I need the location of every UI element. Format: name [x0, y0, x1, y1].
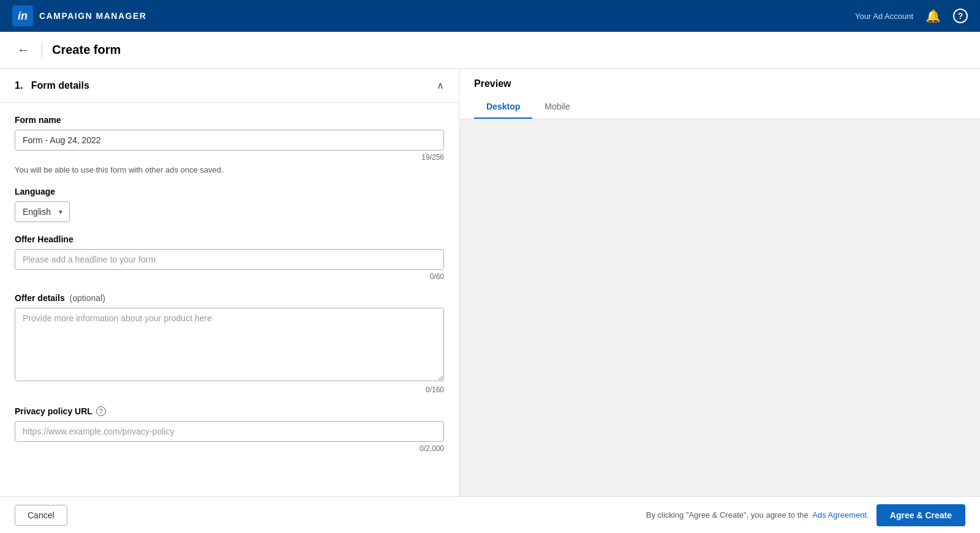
footer-notice: By clicking "Agree & Create", you agree …	[646, 510, 869, 520]
form-details-section-header: 1. Form details ∧	[0, 69, 459, 103]
offer-details-textarea[interactable]	[15, 308, 444, 381]
privacy-policy-input[interactable]	[15, 421, 444, 442]
campaign-manager-title: CAMPAIGN MANAGER	[39, 11, 146, 21]
preview-title: Preview	[474, 78, 965, 89]
offer-headline-char-count: 0/60	[15, 272, 444, 281]
linkedin-logo: in	[12, 6, 33, 26]
language-label: Language	[15, 187, 444, 196]
page-title: Create form	[52, 43, 121, 57]
preview-header: Preview Desktop Mobile	[459, 69, 980, 119]
right-panel: Preview Desktop Mobile	[459, 69, 980, 496]
offer-headline-label: Offer Headline	[15, 234, 444, 244]
privacy-policy-group: Privacy policy URL ? 0/2,000	[15, 406, 444, 453]
form-name-input[interactable]	[15, 130, 444, 151]
agree-create-button[interactable]: Agree & Create	[876, 504, 965, 526]
page-header: ← Create form	[0, 32, 980, 69]
left-panel: 1. Form details ∧ Form name 19/256 You w…	[0, 69, 459, 496]
offer-headline-input[interactable]	[15, 249, 444, 270]
offer-details-char-count: 0/160	[15, 386, 444, 394]
ads-agreement-link[interactable]: Ads Agreement	[812, 510, 867, 520]
collapse-icon[interactable]: ∧	[437, 80, 444, 91]
cancel-button[interactable]: Cancel	[15, 505, 67, 526]
privacy-label-row: Privacy policy URL ?	[15, 406, 444, 416]
privacy-policy-char-count: 0/2,000	[15, 444, 444, 453]
footer-left: Cancel	[15, 505, 67, 526]
help-circle-icon[interactable]: ?	[953, 9, 968, 23]
section-title: 1. Form details	[15, 80, 89, 91]
footer: Cancel By clicking "Agree & Create", you…	[0, 496, 980, 533]
privacy-help-icon[interactable]: ?	[96, 406, 106, 416]
account-text: Your Ad Account	[855, 12, 913, 21]
tab-mobile[interactable]: Mobile	[532, 97, 582, 119]
language-group: Language English	[15, 187, 444, 222]
form-name-helper: You will be able to use this form with o…	[15, 165, 444, 174]
preview-tabs: Desktop Mobile	[474, 97, 965, 119]
form-name-char-count: 19/256	[15, 153, 444, 162]
offer-details-group: Offer details (optional) 0/160	[15, 293, 444, 394]
offer-details-label: Offer details (optional)	[15, 293, 444, 303]
language-select[interactable]: English	[15, 201, 70, 222]
tab-desktop[interactable]: Desktop	[474, 97, 532, 119]
top-navigation: in CAMPAIGN MANAGER Your Ad Account 🔔 ?	[0, 0, 980, 32]
privacy-policy-label: Privacy policy URL	[15, 406, 92, 416]
form-name-label: Form name	[15, 115, 444, 125]
bell-icon[interactable]: 🔔	[925, 9, 941, 23]
preview-content	[459, 119, 980, 496]
back-button[interactable]: ←	[15, 40, 32, 59]
nav-right: Your Ad Account 🔔 ?	[855, 9, 968, 23]
form-name-group: Form name 19/256 You will be able to use…	[15, 115, 444, 174]
offer-headline-group: Offer Headline 0/60	[15, 234, 444, 281]
form-content: Form name 19/256 You will be able to use…	[0, 103, 459, 477]
header-divider	[42, 42, 42, 59]
main-layout: 1. Form details ∧ Form name 19/256 You w…	[0, 69, 980, 496]
nav-left: in CAMPAIGN MANAGER	[12, 6, 146, 26]
footer-right: By clicking "Agree & Create", you agree …	[646, 504, 965, 526]
language-select-wrapper: English	[15, 201, 70, 222]
